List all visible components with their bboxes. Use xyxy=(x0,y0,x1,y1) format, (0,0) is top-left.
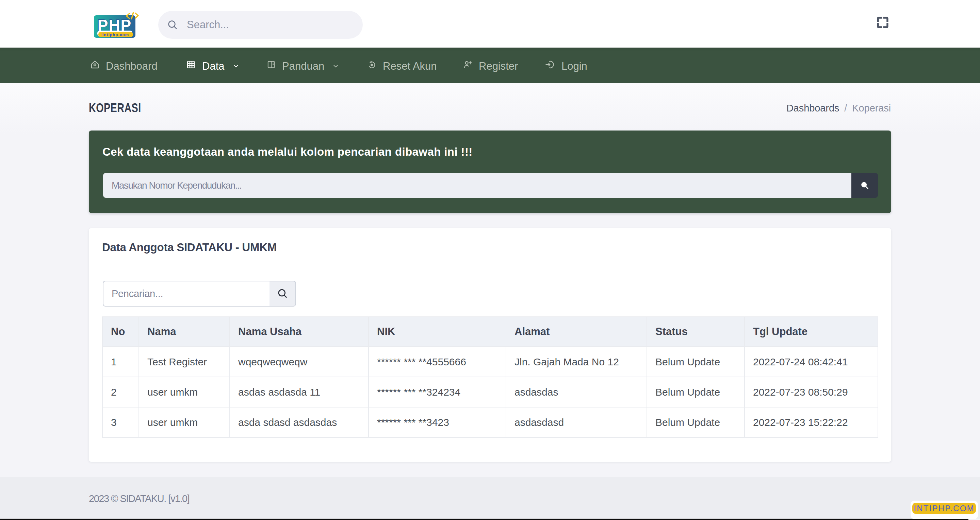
svg-text:intiphp.com: intiphp.com xyxy=(102,33,129,37)
